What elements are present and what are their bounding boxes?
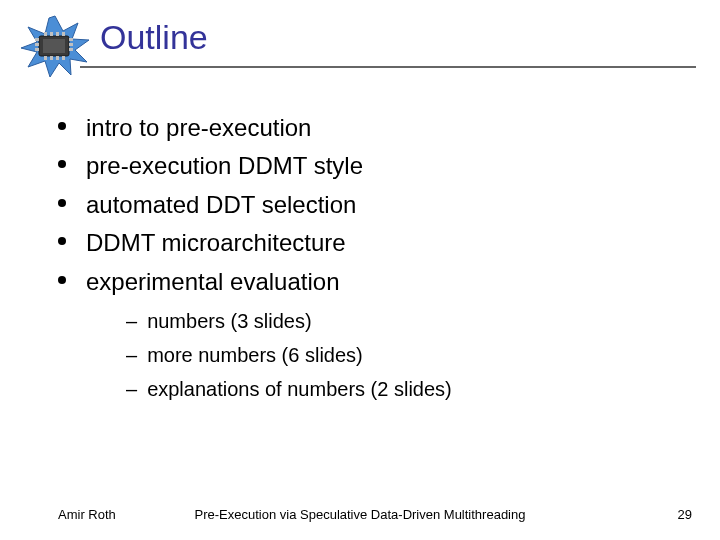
svg-rect-3 <box>35 38 39 41</box>
bullet-item: experimental evaluation <box>58 266 696 298</box>
bullet-icon <box>58 199 66 207</box>
dash-icon: – <box>126 340 137 370</box>
svg-rect-8 <box>69 48 73 51</box>
svg-rect-5 <box>35 48 39 51</box>
dash-icon: – <box>126 306 137 336</box>
sub-bullet-item: – more numbers (6 slides) <box>126 340 696 370</box>
bullet-text: intro to pre-execution <box>86 112 311 144</box>
bullet-text: automated DDT selection <box>86 189 356 221</box>
svg-rect-16 <box>62 56 65 60</box>
svg-rect-7 <box>69 43 73 46</box>
footer-title: Pre-Execution via Speculative Data-Drive… <box>195 507 526 522</box>
bullet-item: pre-execution DDMT style <box>58 150 696 182</box>
bullet-text: pre-execution DDMT style <box>86 150 363 182</box>
bullet-item: intro to pre-execution <box>58 112 696 144</box>
bullet-item: DDMT microarchitecture <box>58 227 696 259</box>
svg-rect-9 <box>44 32 47 36</box>
svg-rect-13 <box>44 56 47 60</box>
svg-rect-12 <box>62 32 65 36</box>
chip-starburst-icon <box>16 14 94 80</box>
slide-content: intro to pre-execution pre-execution DDM… <box>58 112 696 404</box>
bullet-text: experimental evaluation <box>86 266 340 298</box>
bullet-icon <box>58 237 66 245</box>
footer-author: Amir Roth <box>58 507 116 522</box>
sub-bullet-list: – numbers (3 slides) – more numbers (6 s… <box>126 306 696 404</box>
slide-title: Outline <box>100 18 208 57</box>
slide: Outline intro to pre-execution pre-execu… <box>0 0 720 540</box>
slide-header: Outline <box>24 14 696 76</box>
bullet-text: DDMT microarchitecture <box>86 227 346 259</box>
bullet-icon <box>58 160 66 168</box>
bullet-icon <box>58 276 66 284</box>
dash-icon: – <box>126 374 137 404</box>
svg-rect-10 <box>50 32 53 36</box>
svg-rect-4 <box>35 43 39 46</box>
sub-bullet-item: – numbers (3 slides) <box>126 306 696 336</box>
bullet-item: automated DDT selection <box>58 189 696 221</box>
sub-bullet-text: more numbers (6 slides) <box>147 340 363 370</box>
svg-rect-6 <box>69 38 73 41</box>
bullet-icon <box>58 122 66 130</box>
svg-rect-11 <box>56 32 59 36</box>
svg-rect-14 <box>50 56 53 60</box>
sub-bullet-text: explanations of numbers (2 slides) <box>147 374 452 404</box>
title-underline <box>80 66 696 68</box>
slide-footer: Amir Roth Pre-Execution via Speculative … <box>0 507 720 522</box>
svg-rect-15 <box>56 56 59 60</box>
sub-bullet-text: numbers (3 slides) <box>147 306 312 336</box>
sub-bullet-item: – explanations of numbers (2 slides) <box>126 374 696 404</box>
svg-rect-2 <box>43 39 65 53</box>
footer-page-number: 29 <box>678 507 692 522</box>
